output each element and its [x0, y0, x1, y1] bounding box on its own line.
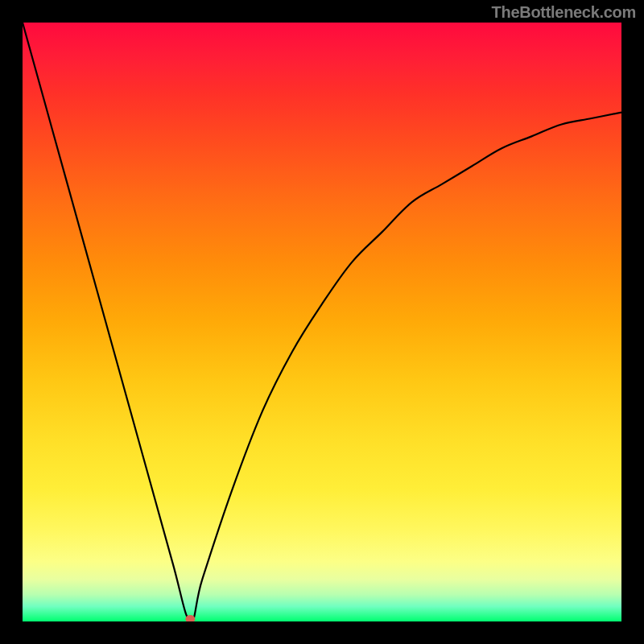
watermark-label: TheBottleneck.com [492, 3, 636, 22]
plot-area [23, 23, 621, 621]
chart-container: TheBottleneck.com [0, 0, 644, 644]
bottleneck-curve [23, 23, 621, 621]
chart-svg [23, 23, 621, 621]
